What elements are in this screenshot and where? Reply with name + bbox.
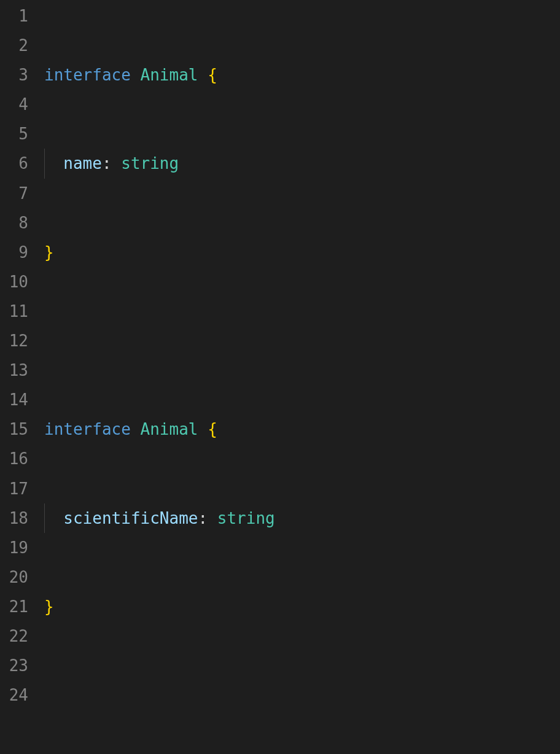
line-number-gutter: 1 2 3 4 5 6 7 8 9 10 11 12 13 14 15 16 1… bbox=[0, 1, 44, 754]
line-number: 3 bbox=[0, 60, 28, 90]
property: name bbox=[63, 154, 102, 173]
keyword: interface bbox=[44, 66, 131, 84]
line-number: 18 bbox=[0, 503, 28, 533]
line-number: 20 bbox=[0, 562, 28, 592]
line-number: 16 bbox=[0, 444, 28, 473]
line-number: 5 bbox=[0, 119, 28, 149]
line-number: 14 bbox=[0, 385, 28, 414]
code-line[interactable]: scientificName: string bbox=[44, 503, 400, 533]
line-number: 2 bbox=[0, 31, 28, 60]
code-line[interactable] bbox=[44, 326, 400, 356]
line-number: 11 bbox=[0, 297, 28, 326]
indent-guide bbox=[44, 503, 45, 533]
type-name: Animal bbox=[141, 420, 198, 438]
code-line[interactable] bbox=[44, 680, 400, 710]
line-number: 6 bbox=[0, 149, 28, 178]
line-number: 12 bbox=[0, 326, 28, 356]
code-line[interactable]: interface Animal { bbox=[44, 414, 400, 444]
line-number: 7 bbox=[0, 179, 28, 208]
line-number: 24 bbox=[0, 680, 28, 710]
brace: } bbox=[44, 597, 54, 616]
code-line[interactable]: interface Animal { bbox=[44, 60, 400, 90]
line-number: 13 bbox=[0, 356, 28, 385]
keyword: interface bbox=[44, 420, 131, 438]
code-content[interactable]: interface Animal { name: string } interf… bbox=[44, 1, 400, 754]
type: string bbox=[217, 509, 275, 527]
line-number: 17 bbox=[0, 474, 28, 503]
line-number: 8 bbox=[0, 208, 28, 238]
line-number: 21 bbox=[0, 592, 28, 621]
line-number: 9 bbox=[0, 238, 28, 267]
type: string bbox=[121, 154, 179, 173]
line-number: 10 bbox=[0, 267, 28, 297]
line-number: 22 bbox=[0, 621, 28, 651]
indent-guide bbox=[44, 149, 45, 178]
line-number: 15 bbox=[0, 414, 28, 444]
code-line[interactable]: } bbox=[44, 238, 400, 267]
code-editor[interactable]: 1 2 3 4 5 6 7 8 9 10 11 12 13 14 15 16 1… bbox=[0, 0, 560, 754]
punct: : bbox=[102, 154, 112, 173]
property: scientificName bbox=[63, 509, 198, 527]
line-number: 4 bbox=[0, 90, 28, 119]
line-number: 1 bbox=[0, 1, 28, 31]
punct: : bbox=[198, 509, 208, 527]
code-line[interactable]: name: string bbox=[44, 149, 400, 178]
line-number: 23 bbox=[0, 651, 28, 680]
type-name: Animal bbox=[141, 66, 198, 84]
brace: { bbox=[208, 420, 217, 438]
code-line[interactable]: } bbox=[44, 592, 400, 621]
brace: { bbox=[208, 66, 217, 84]
brace: } bbox=[44, 243, 54, 262]
line-number: 19 bbox=[0, 533, 28, 562]
